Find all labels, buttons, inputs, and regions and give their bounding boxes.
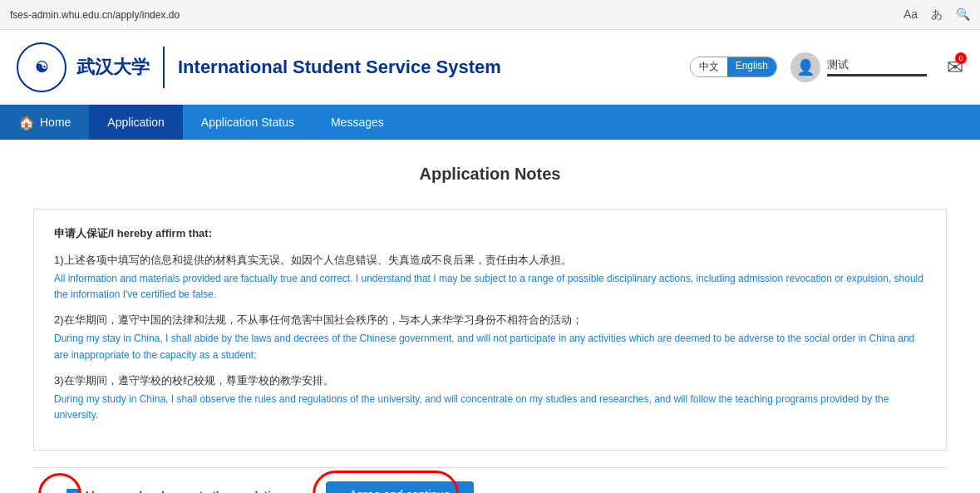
header-right: 中文 English 👤 测试 ✉ 0 bbox=[690, 52, 963, 82]
system-title: International Student Service System bbox=[178, 57, 501, 78]
agree-label[interactable]: ✓ I have read and agree to the regulatio… bbox=[50, 489, 293, 493]
header: ☯ 武汉大学 International Student Service Sys… bbox=[0, 30, 980, 105]
notes-box: 申请人保证/I hereby affirm that: 1)上述各项中填写的信息… bbox=[33, 209, 947, 451]
note-1-en: All information and materials provided a… bbox=[54, 271, 926, 303]
mail-icon-wrapper[interactable]: ✉ 0 bbox=[947, 56, 963, 79]
header-divider bbox=[163, 47, 165, 88]
browser-icons: Aa あ 🔍 bbox=[904, 7, 970, 22]
note-3-cn: 3)在学期间，遵守学校的校纪校规，尊重学校的教学安排。 bbox=[54, 373, 926, 388]
mail-badge: 0 bbox=[955, 52, 967, 64]
action-row: ✓ I have read and agree to the regulatio… bbox=[33, 467, 947, 493]
main-content: Application Notes 申请人保证/I hereby affirm … bbox=[0, 140, 980, 493]
browser-bar: fses-admin.whu.edu.cn/apply/index.do Aa … bbox=[0, 0, 980, 30]
note-item-2: 2)在华期间，遵守中国的法律和法规，不从事任何危害中国社会秩序的，与本人来华学习… bbox=[54, 313, 926, 362]
agree-btn-wrapper: Agree and continue bbox=[326, 481, 473, 493]
note-2-en: During my stay in China, I shall abide b… bbox=[54, 331, 926, 362]
page-title: Application Notes bbox=[33, 165, 947, 184]
user-info: 测试 bbox=[827, 57, 927, 76]
username-bar bbox=[827, 74, 927, 76]
nav-home[interactable]: 🏠 Home bbox=[0, 105, 89, 140]
note-3-en: During my study in China, I shall observ… bbox=[54, 392, 926, 423]
nav-application[interactable]: Application bbox=[89, 105, 183, 140]
user-area: 👤 测试 bbox=[790, 52, 927, 82]
logo-area: ☯ 武汉大学 bbox=[17, 42, 150, 92]
note-1-cn: 1)上述各项中填写的信息和提供的材料真实无误。如因个人信息错误、失真造成不良后果… bbox=[54, 253, 926, 268]
page-wrapper: ☯ 武汉大学 International Student Service Sys… bbox=[0, 30, 980, 493]
font-jp-icon: あ bbox=[931, 7, 943, 22]
agree-checkbox[interactable]: ✓ bbox=[66, 489, 79, 493]
nav-application-status-label: Application Status bbox=[201, 116, 294, 129]
home-icon: 🏠 bbox=[18, 115, 35, 131]
nav-messages-label: Messages bbox=[331, 116, 384, 129]
logo-circle: ☯ bbox=[17, 42, 66, 92]
font-size-icon: Aa bbox=[904, 7, 918, 22]
agree-text: I have read and agree to the regulations… bbox=[86, 489, 293, 493]
search-icon: 🔍 bbox=[956, 7, 970, 22]
lang-cn-button[interactable]: 中文 bbox=[691, 57, 727, 76]
note-item-3: 3)在学期间，遵守学校的校纪校规，尊重学校的教学安排。 During my st… bbox=[54, 373, 926, 423]
lang-en-button[interactable]: English bbox=[727, 57, 776, 76]
lang-switcher[interactable]: 中文 English bbox=[690, 57, 777, 77]
logo-text-cn: 武汉大学 bbox=[76, 55, 150, 80]
nav-application-status[interactable]: Application Status bbox=[183, 105, 313, 140]
affirm-header: 申请人保证/I hereby affirm that: bbox=[54, 226, 926, 241]
url-bar[interactable]: fses-admin.whu.edu.cn/apply/index.do bbox=[10, 9, 904, 21]
note-2-cn: 2)在华期间，遵守中国的法律和法规，不从事任何危害中国社会秩序的，与本人来华学习… bbox=[54, 313, 926, 328]
nav-application-label: Application bbox=[107, 116, 165, 129]
nav-home-label: Home bbox=[40, 116, 71, 129]
user-name: 测试 bbox=[827, 57, 927, 72]
agree-continue-button[interactable]: Agree and continue bbox=[326, 481, 473, 493]
avatar: 👤 bbox=[790, 52, 820, 82]
nav-messages[interactable]: Messages bbox=[313, 105, 402, 140]
note-item-1: 1)上述各项中填写的信息和提供的材料真实无误。如因个人信息错误、失真造成不良后果… bbox=[54, 253, 926, 303]
navbar: 🏠 Home Application Application Status Me… bbox=[0, 105, 980, 140]
logo-emblem: ☯ bbox=[35, 58, 48, 76]
